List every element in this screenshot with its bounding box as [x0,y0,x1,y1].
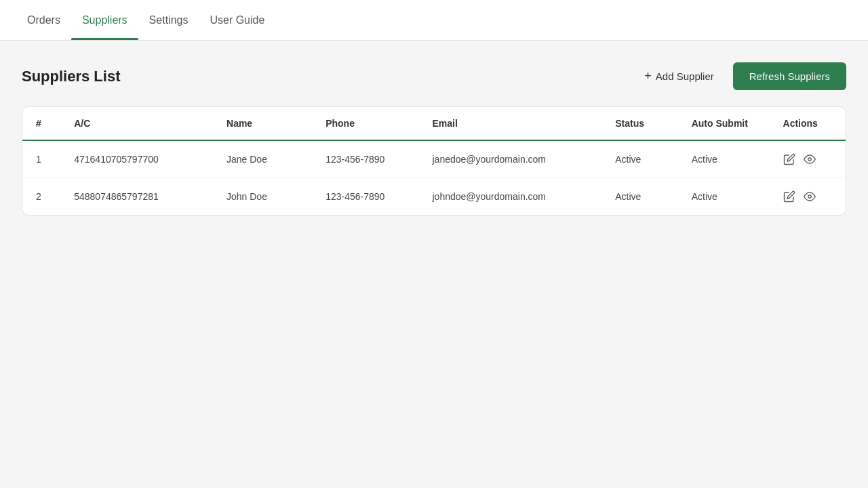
nav-item-settings[interactable]: Settings [138,0,199,40]
action-icons-1 [783,153,832,165]
suppliers-table-container: # A/C Name Phone Email Status [22,106,846,216]
cell-ac-1: 4716410705797700 [60,140,213,178]
cell-email-2: johndoe@yourdomain.com [419,178,602,216]
table-row: 1 4716410705797700 Jane Doe 123-456-7890… [22,140,846,178]
nav-label-settings: Settings [149,14,189,26]
view-icon-1[interactable] [804,153,816,165]
col-header-name: Name [213,107,312,140]
cell-index-2: 2 [22,178,60,216]
col-header-phone: Phone [312,107,418,140]
edit-icon-2[interactable] [783,190,795,203]
cell-ac-2: 5488074865797281 [60,178,213,216]
cell-phone-1: 123-456-7890 [312,140,418,178]
add-supplier-button[interactable]: + Add Supplier [636,64,722,89]
cell-actions-1 [770,140,846,178]
cell-auto-submit-2: Active [678,178,770,216]
view-icon-2[interactable] [804,190,816,203]
edit-icon-1[interactable] [783,153,795,165]
cell-name-2: John Doe [213,178,312,216]
nav-item-user-guide[interactable]: User Guide [199,0,275,40]
cell-index-1: 1 [22,140,60,178]
nav-label-user-guide: User Guide [210,14,264,26]
col-header-status: Status [601,107,677,140]
svg-point-0 [808,158,811,161]
refresh-suppliers-label: Refresh Suppliers [749,70,830,82]
col-header-ac: A/C [60,107,213,140]
plus-icon: + [644,69,652,83]
nav-label-suppliers: Suppliers [82,14,127,26]
col-header-actions: Actions [770,107,846,140]
nav-item-suppliers[interactable]: Suppliers [71,0,138,40]
cell-email-1: janedoe@yourdomain.com [419,140,602,178]
add-supplier-label: Add Supplier [656,70,714,82]
cell-name-1: Jane Doe [213,140,312,178]
nav-item-orders[interactable]: Orders [16,0,71,40]
cell-status-2: Active [601,178,677,216]
page-title: Suppliers List [22,68,120,85]
cell-status-1: Active [601,140,677,178]
cell-phone-2: 123-456-7890 [312,178,418,216]
table-row: 2 5488074865797281 John Doe 123-456-7890… [22,178,846,216]
col-header-auto-submit: Auto Submit [678,107,770,140]
nav-label-orders: Orders [27,14,60,26]
table-header-row: # A/C Name Phone Email Status [22,107,846,140]
cell-actions-2 [770,178,846,216]
page-header: Suppliers List + Add Supplier Refresh Su… [22,62,846,90]
nav-bar: Orders Suppliers Settings User Guide [0,0,868,41]
col-header-email: Email [419,107,602,140]
suppliers-table: # A/C Name Phone Email Status [22,107,846,215]
action-icons-2 [783,190,832,203]
svg-point-1 [808,195,811,199]
refresh-suppliers-button[interactable]: Refresh Suppliers [733,62,846,90]
col-header-hash: # [22,107,60,140]
page-content: Suppliers List + Add Supplier Refresh Su… [0,41,868,237]
cell-auto-submit-1: Active [678,140,770,178]
header-actions: + Add Supplier Refresh Suppliers [636,62,846,90]
